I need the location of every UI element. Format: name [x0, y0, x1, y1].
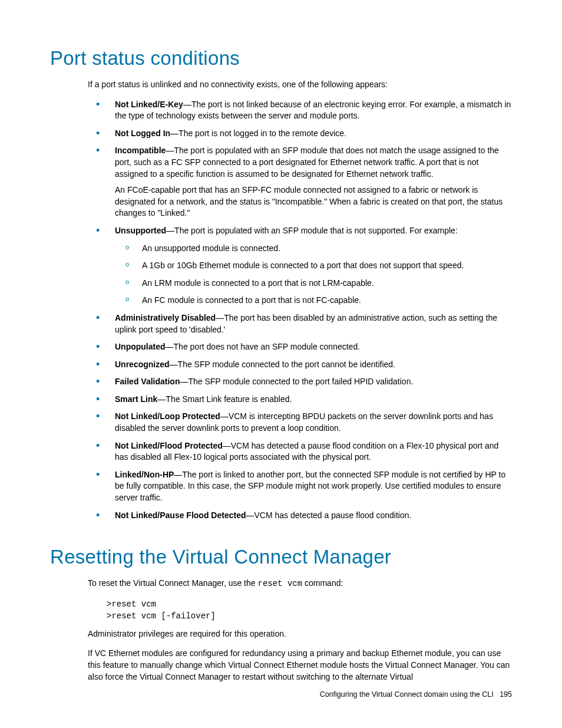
desc: —The Smart Link feature is enabled.: [157, 394, 292, 404]
term: Not Linked/Flood Protected: [115, 441, 223, 450]
intro-text: If a port status is unlinked and no conn…: [88, 79, 512, 91]
desc: —The port does not have an SFP module co…: [166, 342, 361, 351]
term: Unsupported: [115, 226, 166, 235]
term: Unpopulated: [115, 342, 166, 351]
term: Not Linked/Loop Protected: [115, 411, 220, 421]
footer-text: Configuring the Virtual Connect domain u…: [320, 690, 494, 699]
desc: —The SFP module connected to the port fa…: [180, 377, 413, 386]
list-item: Not Linked/E-Key—The port is not linked …: [96, 99, 512, 122]
desc: —The port is populated with an SFP modul…: [115, 146, 499, 178]
body-para: Administrator privileges are required fo…: [88, 628, 512, 640]
list-item: Linked/Non-HP—The port is linked to anot…: [96, 469, 512, 504]
page-number: 195: [500, 690, 512, 699]
term: Not Logged In: [115, 129, 170, 138]
list-item: Administratively Disabled—The port has b…: [96, 312, 512, 335]
list-item: Not Linked/Loop Protected—VCM is interce…: [96, 411, 512, 434]
list-item: Smart Link—The Smart Link feature is ena…: [96, 394, 512, 406]
sub-list: An unsupported module is connected. A 1G…: [125, 243, 512, 307]
heading-resetting-vcm: Resetting the Virtual Connect Manager: [50, 546, 512, 568]
list-item: Unrecognized—The SFP module connected to…: [96, 359, 512, 371]
desc: —The port is not logged in to the remote…: [170, 129, 346, 138]
term: Not Linked/E-Key: [115, 100, 183, 109]
code-block: >reset vcm >reset vcm [-failover]: [107, 598, 512, 622]
intro-post: command:: [302, 578, 343, 588]
sub-item: An LRM module is connected to a port tha…: [125, 278, 512, 289]
body-para: If VC Ethernet modules are configured fo…: [88, 647, 512, 683]
term: Incompatible: [115, 146, 166, 155]
list-item: Unsupported—The port is populated with a…: [96, 225, 512, 307]
extra-text: An FCoE-capable port that has an SFP-FC …: [115, 185, 512, 219]
intro-pre: To reset the Virtual Connect Manager, us…: [88, 578, 257, 588]
term: Administratively Disabled: [115, 313, 216, 322]
term: Smart Link: [115, 394, 157, 404]
reset-intro: To reset the Virtual Connect Manager, us…: [88, 578, 512, 590]
list-item: Not Linked/Pause Flood Detected—VCM has …: [96, 510, 512, 522]
list-item: Not Linked/Flood Protected—VCM has detec…: [96, 440, 512, 463]
list-item: Not Logged In—The port is not logged in …: [96, 128, 512, 140]
page-footer: Configuring the Virtual Connect domain u…: [320, 690, 512, 699]
bullet-list-port-status: Not Linked/E-Key—The port is not linked …: [96, 99, 512, 522]
sub-item: An unsupported module is connected.: [125, 243, 512, 255]
desc: —The port is linked to another port, but…: [115, 470, 505, 502]
term: Unrecognized: [115, 360, 170, 369]
inline-code: reset vcm: [257, 579, 302, 588]
list-item: Unpopulated—The port does not have an SF…: [96, 341, 512, 353]
sub-item: An FC module is connected to a port that…: [125, 295, 512, 307]
list-item: Failed Validation—The SFP module connect…: [96, 376, 512, 388]
term: Linked/Non-HP: [115, 470, 174, 479]
term: Failed Validation: [115, 377, 180, 386]
desc: —The SFP module connected to the port ca…: [170, 360, 395, 369]
desc: —The port is populated with an SFP modul…: [166, 226, 458, 235]
list-item: Incompatible—The port is populated with …: [96, 145, 512, 219]
term: Not Linked/Pause Flood Detected: [115, 510, 246, 520]
desc: —VCM has detected a pause flood conditio…: [246, 510, 411, 520]
sub-item: A 1Gb or 10Gb Ethernet module is connect…: [125, 260, 512, 272]
heading-port-status: Port status conditions: [50, 47, 512, 70]
